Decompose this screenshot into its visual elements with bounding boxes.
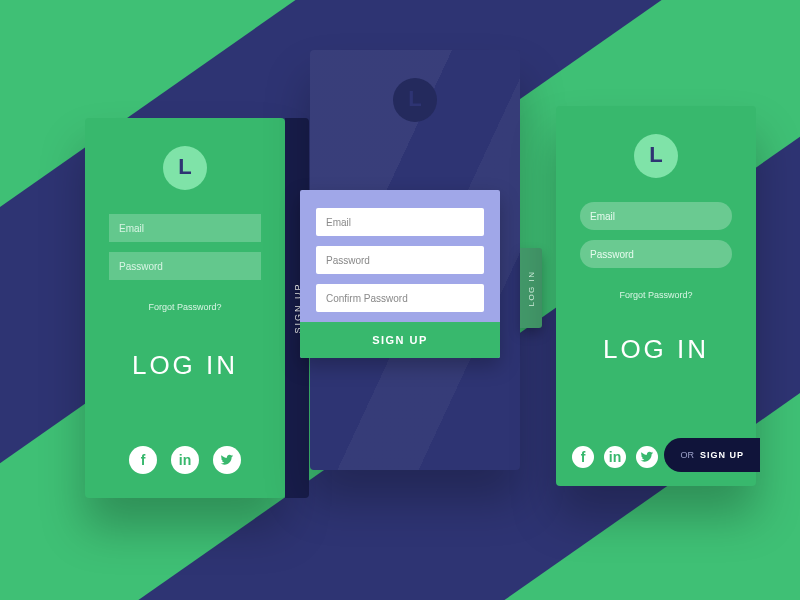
login-side-tab-label: LOG IN [527,270,536,306]
twitter-icon[interactable] [213,446,241,474]
signup-text: SIGN UP [700,450,744,460]
login-screen-variant-b: Forgot Password? LOG IN f in OR SIGN UP [556,106,756,486]
social-login-row: f in [85,446,285,474]
app-logo [163,146,207,190]
password-field[interactable] [316,246,484,274]
twitter-icon[interactable] [636,446,658,468]
confirm-password-field[interactable] [316,284,484,312]
linkedin-icon[interactable]: in [604,446,626,468]
login-side-tab[interactable]: LOG IN [520,248,542,328]
social-login-row: f in [572,446,658,468]
or-text: OR [680,450,694,460]
app-logo [393,78,437,122]
email-field[interactable] [580,202,732,230]
signup-screen: SIGN UP LOG IN [310,50,520,470]
facebook-icon[interactable]: f [129,446,157,474]
facebook-icon[interactable]: f [572,446,594,468]
password-field[interactable] [580,240,732,268]
forgot-password-link[interactable]: Forgot Password? [556,290,756,300]
app-logo [634,134,678,178]
login-button[interactable]: LOG IN [85,350,285,381]
email-field[interactable] [109,214,261,242]
login-screen-variant-a: Forgot Password? LOG IN f in SIGN UP [85,118,285,498]
password-field[interactable] [109,252,261,280]
forgot-password-link[interactable]: Forgot Password? [85,302,285,312]
email-field[interactable] [316,208,484,236]
signup-form-panel: SIGN UP [300,190,500,358]
signup-button[interactable]: SIGN UP [300,322,500,358]
signup-pill-button[interactable]: OR SIGN UP [664,438,760,472]
login-button[interactable]: LOG IN [556,334,756,365]
linkedin-icon[interactable]: in [171,446,199,474]
